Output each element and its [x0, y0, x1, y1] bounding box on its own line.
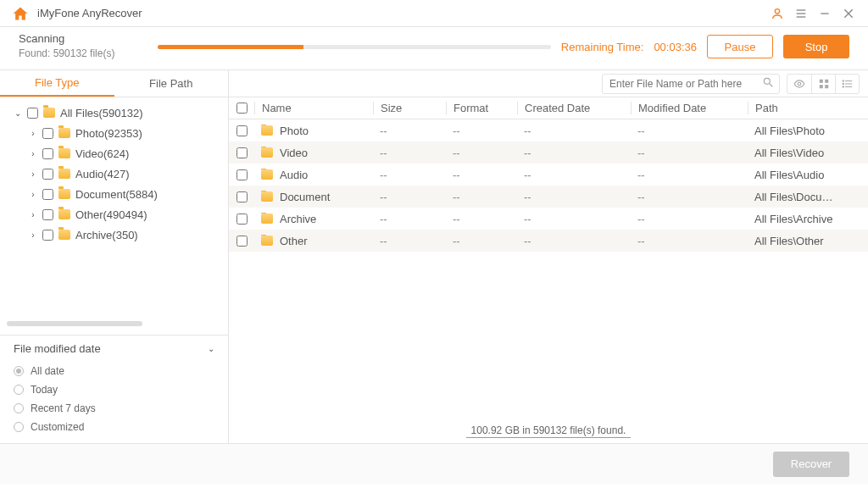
svg-point-9 [798, 82, 801, 86]
row-name: Other [280, 235, 308, 247]
tree-item-label: Photo(92353) [75, 127, 142, 140]
left-tabs: File Type File Path [0, 70, 228, 97]
row-path: All Files\Docu… [748, 191, 868, 203]
tree-item-label: Document(5884) [75, 188, 158, 201]
tree-item[interactable]: ›Video(624) [0, 143, 228, 164]
row-name: Photo [280, 125, 309, 137]
row-format: -- [446, 169, 517, 181]
tree-checkbox[interactable] [42, 209, 53, 220]
svg-point-0 [775, 8, 779, 13]
row-checkbox[interactable] [236, 125, 248, 136]
col-path[interactable]: Path [748, 102, 868, 114]
close-icon[interactable] [841, 6, 856, 21]
row-created-date: -- [517, 191, 631, 203]
tree-item-label: All Files(590132) [60, 107, 143, 119]
footer: Recover [0, 443, 868, 484]
folder-icon [261, 125, 273, 136]
account-icon[interactable] [770, 6, 785, 21]
results-table: Name Size Format Created Date Modified D… [229, 97, 868, 419]
row-created-date: -- [517, 235, 631, 247]
chevron-right-icon[interactable]: › [29, 129, 37, 138]
row-path: All Files\Other [748, 235, 868, 247]
col-modified-date[interactable]: Modified Date [631, 102, 748, 114]
tree-item[interactable]: ›Audio(427) [0, 164, 228, 184]
chevron-right-icon[interactable]: › [29, 149, 37, 158]
tab-file-type[interactable]: File Type [0, 70, 114, 97]
tree-item[interactable]: ›Photo(92353) [0, 123, 228, 143]
filter-modified-date-header[interactable]: File modified date ⌄ [14, 342, 214, 355]
chevron-right-icon[interactable]: › [29, 230, 37, 240]
filter-option[interactable]: Recent 7 days [14, 399, 214, 418]
row-size: -- [373, 235, 446, 247]
tree-checkbox[interactable] [42, 189, 53, 200]
row-created-date: -- [517, 169, 631, 181]
row-size: -- [373, 191, 446, 203]
filter-option-label: All date [31, 365, 64, 377]
row-checkbox[interactable] [236, 147, 248, 158]
table-row[interactable]: Other--------All Files\Other [229, 230, 868, 252]
menu-icon[interactable] [793, 6, 809, 21]
svg-point-7 [764, 78, 770, 84]
folder-icon [261, 214, 273, 224]
tree-checkbox[interactable] [42, 128, 53, 139]
col-created-date[interactable]: Created Date [517, 102, 631, 114]
home-icon[interactable] [12, 5, 29, 22]
pause-button[interactable]: Pause [707, 35, 773, 58]
svg-point-18 [843, 83, 843, 84]
row-size: -- [373, 169, 446, 181]
table-row[interactable]: Archive--------All Files\Archive [229, 208, 868, 230]
chevron-right-icon[interactable]: › [29, 210, 37, 219]
col-size[interactable]: Size [373, 102, 446, 114]
search-icon[interactable] [762, 76, 774, 91]
filter-option-label: Customized [31, 421, 84, 433]
stop-button[interactable]: Stop [783, 35, 849, 58]
search-box[interactable] [602, 74, 780, 94]
filter-option[interactable]: Today [14, 380, 214, 399]
col-format[interactable]: Format [446, 102, 517, 114]
horizontal-scrollbar[interactable] [7, 321, 142, 326]
tab-file-path[interactable]: File Path [114, 70, 229, 97]
row-checkbox[interactable] [236, 236, 248, 247]
preview-view-icon[interactable] [787, 75, 811, 93]
row-name: Archive [280, 213, 316, 225]
tree-checkbox[interactable] [42, 230, 53, 241]
row-checkbox[interactable] [236, 169, 248, 180]
filter-option-label: Today [31, 384, 58, 396]
table-row[interactable]: Document--------All Files\Docu… [229, 186, 868, 208]
row-modified-date: -- [631, 147, 748, 159]
chevron-right-icon[interactable]: › [29, 169, 37, 179]
chevron-down-icon[interactable]: ⌄ [14, 108, 22, 118]
folder-icon [58, 189, 70, 199]
filter-option[interactable]: Customized [14, 418, 214, 436]
tree-item[interactable]: ⌄All Files(590132) [0, 103, 228, 123]
row-checkbox[interactable] [236, 191, 248, 202]
filter-option[interactable]: All date [14, 362, 214, 380]
table-row[interactable]: Audio--------All Files\Audio [229, 164, 868, 186]
tree-item[interactable]: ›Other(490494) [0, 204, 228, 225]
row-size: -- [373, 147, 446, 159]
select-all-checkbox[interactable] [236, 103, 248, 114]
recover-button[interactable]: Recover [773, 452, 849, 477]
folder-icon [261, 147, 273, 158]
search-input[interactable] [608, 77, 762, 91]
grid-view-icon[interactable] [811, 75, 835, 93]
chevron-right-icon[interactable]: › [29, 190, 37, 199]
tree-checkbox[interactable] [42, 169, 53, 180]
folder-icon [58, 128, 70, 138]
table-row[interactable]: Video--------All Files\Video [229, 141, 868, 164]
col-name[interactable]: Name [254, 102, 373, 114]
tree-item[interactable]: ›Archive(350) [0, 225, 228, 245]
tree-checkbox[interactable] [27, 108, 38, 119]
row-name: Video [280, 147, 308, 159]
row-path: All Files\Video [748, 147, 868, 159]
tree-item[interactable]: ›Document(5884) [0, 184, 228, 204]
minimize-icon[interactable] [817, 6, 832, 21]
table-row[interactable]: Photo--------All Files\Photo [229, 119, 868, 141]
tree-checkbox[interactable] [42, 148, 53, 159]
row-checkbox[interactable] [236, 214, 248, 225]
view-switch [787, 74, 860, 94]
list-view-icon[interactable] [835, 75, 859, 93]
folder-icon [58, 230, 70, 240]
row-path: All Files\Archive [748, 213, 868, 225]
tree-item-label: Archive(350) [75, 229, 138, 241]
